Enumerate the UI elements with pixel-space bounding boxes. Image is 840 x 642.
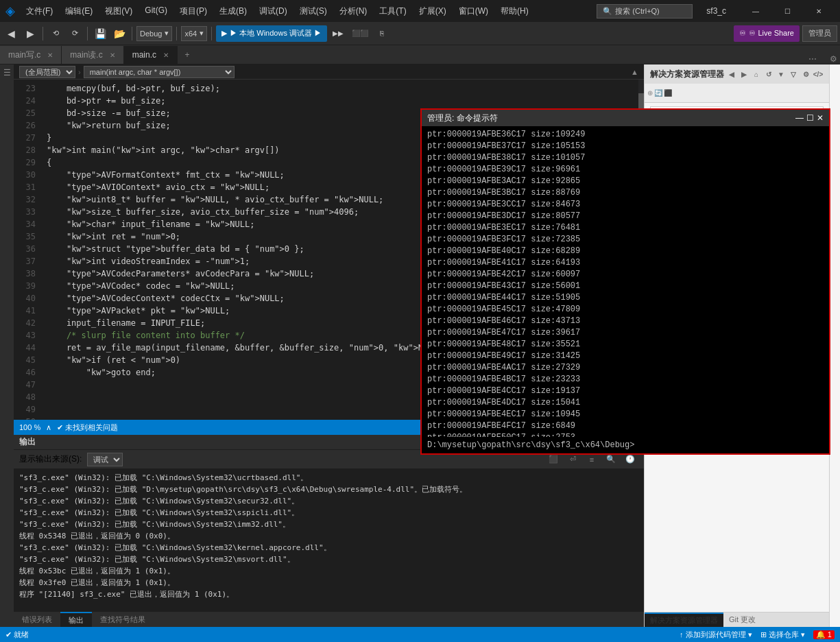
zoom-icon: ∧ [46,423,51,432]
main-toolbar: ◀ ▶ ⟲ ⟳ 💾 📂 Debug ▾ x64 ▾ ▶ ▶ 本地 Windows… [0,22,840,45]
back-button[interactable]: ◀ [3,25,19,42]
window-controls: — ☐ ✕ [740,0,835,22]
panel-settings-button[interactable]: ⚙ [800,69,811,80]
function-dropdown[interactable]: main(int argc, char * argv[]) [84,66,235,78]
undo-button[interactable]: ⟲ [47,25,64,42]
maximize-button[interactable]: ☐ [771,0,803,22]
output-source-dropdown[interactable]: 调试 [87,453,123,466]
cmd-maximize-button[interactable]: ☐ [806,113,814,123]
search-icon: 🔍 [603,7,612,16]
solution-explorer-toolbar: ⊕ 🔄 ⬛ [645,84,829,103]
tab-close-icon[interactable]: ✕ [47,51,53,59]
search-label: 搜索 (Ctrl+Q) [615,6,659,16]
app-icon: ◈ [5,3,15,19]
notification-button[interactable]: 🔔 1 [813,630,835,639]
toolbar-extra-3[interactable]: ⎘ [374,25,390,42]
menu-git[interactable]: Git(G) [139,3,173,20]
panel-forward-button[interactable]: ▶ [739,69,749,80]
tab-output[interactable]: 输出 [60,612,92,627]
tab-error-list[interactable]: 错误列表 [14,612,60,627]
menu-build[interactable]: 生成(B) [214,3,252,20]
new-tab-button[interactable]: + [178,46,197,64]
menu-window[interactable]: 窗口(W) [453,3,494,20]
menu-debug[interactable]: 调试(D) [254,3,293,20]
menu-file[interactable]: 文件(F) [21,3,58,20]
minimize-button[interactable]: — [740,0,771,22]
editor-tab-bar: main写.c ✕ main读.c ✕ main.c ✕ + ⋯ ⚙ [0,45,840,64]
nav-icon[interactable]: ☰ [1,67,12,78]
platform-dropdown[interactable]: x64 ▾ [181,26,207,41]
run-label: ▶ 本地 Windows 调试器 ▶ [230,28,322,38]
status-bar: ✔ 就绪 ↑ 添加到源代码管理 ▾ ⊞ 选择仓库 ▾ 🔔 1 [0,627,840,642]
status-ready: ✔ 就绪 [5,630,29,640]
toolbar-icon-2[interactable]: 🔄 [654,89,662,97]
tab-solution-explorer[interactable]: 解决方案资源管理器 [645,613,723,628]
toolbar-icon-3[interactable]: ⬛ [664,89,672,97]
title-search-box[interactable]: 🔍 搜索 (Ctrl+Q) [597,4,693,19]
toolbar-extra-1[interactable]: ▶▶ [330,25,346,42]
menu-help[interactable]: 帮助(H) [495,3,534,20]
tab-label: main写.c [8,49,40,61]
left-activity-bar: ☰ [0,64,14,627]
toolbar-icon-1[interactable]: ⊕ [647,89,653,97]
chevron-down-icon-3: ⋯ [808,54,817,64]
menu-edit[interactable]: 编辑(E) [60,3,98,20]
gear-icon: ⚙ [830,54,837,64]
cmd-minimize-button[interactable]: — [795,113,804,123]
output-content[interactable]: "sf3_c.exe" (Win32): 已加载 "C:\Windows\Sys… [14,469,644,612]
cmd-output[interactable]: ptr:0000019AFBE36C17 size:109249ptr:0000… [422,126,829,437]
play-icon: ▶ [221,29,227,38]
tab-overflow-button[interactable]: ⋯ [799,54,826,64]
repo-button[interactable]: ⊞ 选择仓库 ▾ [760,630,805,640]
toolbar-extra-2[interactable]: ⬛⬛ [349,25,371,42]
manage-button[interactable]: 管理员 [802,25,837,42]
menu-extensions[interactable]: 扩展(X) [413,3,452,20]
menu-view[interactable]: 视图(V) [99,3,138,20]
tab-close-icon-3[interactable]: ✕ [163,51,169,59]
title-bar: ◈ 文件(F) 编辑(E) 视图(V) Git(G) 项目(P) 生成(B) 调… [0,0,840,22]
panel-filter-button[interactable]: ▽ [788,69,799,80]
toolbar-separator-2 [87,27,88,40]
cmd-titlebar[interactable]: 管理员: 命令提示符 — ☐ ✕ [422,110,829,126]
tab-find-symbols[interactable]: 查找符号结果 [92,612,154,627]
menu-test[interactable]: 测试(S) [294,3,333,20]
liveshare-button[interactable]: ♾ ♾ Live Share [734,25,800,42]
run-button[interactable]: ▶ ▶ 本地 Windows 调试器 ▶ [216,25,327,42]
toolbar-separator-1 [43,27,43,40]
debug-config-dropdown[interactable]: Debug ▾ [136,26,172,41]
redo-button[interactable]: ⟳ [67,25,83,42]
panel-collapse-button[interactable]: ▼ [776,69,787,80]
source-control-button[interactable]: ↑ 添加到源代码管理 ▾ [680,630,752,640]
chevron-down-icon: ▾ [165,29,169,38]
panel-home-button[interactable]: ⌂ [751,69,762,80]
chevron-down-icon-2: ▾ [200,29,204,38]
open-button[interactable]: 📂 [111,25,128,42]
cmd-title: 管理员: 命令提示符 [427,112,498,124]
panel-refresh-button[interactable]: ↺ [763,69,774,80]
menu-tools[interactable]: 工具(T) [374,3,411,20]
output-source-label: 显示输出来源(S): [19,453,82,465]
menu-analyze[interactable]: 分析(N) [334,3,373,20]
menu-project[interactable]: 项目(P) [174,3,213,20]
bottom-tab-bar: 错误列表 输出 查找符号结果 [14,612,644,627]
cmd-close-button[interactable]: ✕ [817,113,824,123]
close-button[interactable]: ✕ [803,0,835,22]
debug-config-label: Debug [140,29,162,38]
panel-code-button[interactable]: </> [813,69,824,80]
tab-main-read[interactable]: main读.c ✕ [62,46,123,64]
tab-main-c[interactable]: main.c ✕ [124,46,178,64]
panel-back-button[interactable]: ◀ [726,69,737,80]
breadcrumb-collapse-icon[interactable]: ▲ [631,68,638,76]
tab-settings-button[interactable]: ⚙ [826,54,840,64]
tab-close-icon-2[interactable]: ✕ [110,51,115,59]
tab-git-changes[interactable]: Git 更改 [723,613,761,628]
scope-dropdown[interactable]: (全局范围) [19,66,75,78]
forward-button[interactable]: ▶ [22,25,38,42]
save-button[interactable]: 💾 [92,25,108,42]
platform-label: x64 [184,29,197,38]
cmd-window: 管理员: 命令提示符 — ☐ ✕ ptr:0000019AFBE36C17 si… [420,108,830,455]
tab-label-3: main.c [132,50,156,60]
toolbar-separator-3 [132,27,132,40]
cmd-prompt: D:\mysetup\gopath\src\dsy\sf3_c\x64\Debu… [422,437,829,453]
tab-main-write[interactable]: main写.c ✕ [0,46,62,64]
